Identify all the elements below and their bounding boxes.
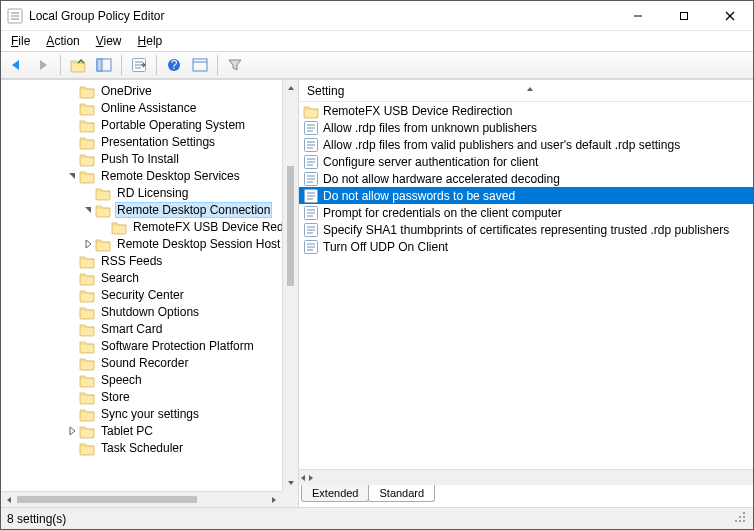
tree-item[interactable]: Sound Recorder xyxy=(1,354,282,371)
tree-item[interactable]: Portable Operating System xyxy=(1,116,282,133)
tree-item[interactable]: Remote Desktop Connection xyxy=(1,201,282,218)
tree-item[interactable]: RSS Feeds xyxy=(1,252,282,269)
list-item[interactable]: Configure server authentication for clie… xyxy=(299,153,753,170)
maximize-button[interactable] xyxy=(661,1,707,30)
column-header[interactable]: Setting xyxy=(299,80,753,102)
list-item[interactable]: RemoteFX USB Device Redirection xyxy=(299,102,753,119)
svg-rect-16 xyxy=(193,59,207,71)
list-item[interactable]: Turn Off UDP On Client xyxy=(299,238,753,255)
expander-icon[interactable] xyxy=(81,203,95,217)
expander-icon[interactable] xyxy=(65,424,79,438)
folder-icon xyxy=(95,202,111,218)
menu-help[interactable]: Help xyxy=(132,32,169,50)
list-item-label: Do not allow hardware accelerated decodi… xyxy=(323,172,560,186)
tree-item[interactable]: Remote Desktop Session Host xyxy=(1,235,282,252)
svg-rect-13 xyxy=(97,59,102,71)
tree-item-label: Software Protection Platform xyxy=(99,339,256,353)
tree-item[interactable]: Speech xyxy=(1,371,282,388)
tree-item[interactable]: Software Protection Platform xyxy=(1,337,282,354)
menu-action[interactable]: Action xyxy=(40,32,85,50)
tree-item[interactable]: Sync your settings xyxy=(1,405,282,422)
tree-item[interactable]: Store xyxy=(1,388,282,405)
list-item-label: RemoteFX USB Device Redirection xyxy=(323,104,512,118)
close-button[interactable] xyxy=(707,1,753,30)
folder-icon xyxy=(79,83,95,99)
policy-setting-icon xyxy=(303,171,319,187)
tab-standard[interactable]: Standard xyxy=(368,485,435,502)
folder-icon xyxy=(79,117,95,133)
tree[interactable]: OneDriveOnline AssistancePortable Operat… xyxy=(1,80,282,491)
spacer xyxy=(65,305,79,319)
spacer xyxy=(65,135,79,149)
tree-item[interactable]: Shutdown Options xyxy=(1,303,282,320)
tree-item[interactable]: Tablet PC xyxy=(1,422,282,439)
tree-item[interactable]: Online Assistance xyxy=(1,99,282,116)
back-button[interactable] xyxy=(5,54,29,76)
tree-item[interactable]: Search xyxy=(1,269,282,286)
resize-grip-icon[interactable] xyxy=(733,510,747,527)
tree-item[interactable]: RD Licensing xyxy=(1,184,282,201)
folder-icon xyxy=(95,185,111,201)
list-scrollbar-horizontal[interactable] xyxy=(299,469,753,485)
list-item[interactable]: Prompt for credentials on the client com… xyxy=(299,204,753,221)
folder-icon xyxy=(79,321,95,337)
properties-button[interactable] xyxy=(188,54,212,76)
tree-item[interactable]: RemoteFX USB Device Red xyxy=(1,218,282,235)
up-button[interactable] xyxy=(66,54,90,76)
folder-icon xyxy=(79,304,95,320)
tree-item[interactable]: Presentation Settings xyxy=(1,133,282,150)
list-item[interactable]: Do not allow hardware accelerated decodi… xyxy=(299,170,753,187)
folder-icon xyxy=(79,338,95,354)
expander-icon[interactable] xyxy=(81,237,95,251)
svg-rect-18 xyxy=(743,520,745,522)
spacer xyxy=(65,322,79,336)
tree-scrollbar-horizontal[interactable] xyxy=(1,491,282,507)
minimize-button[interactable] xyxy=(615,1,661,30)
list-item-label: Allow .rdp files from valid publishers a… xyxy=(323,138,680,152)
svg-rect-19 xyxy=(739,520,741,522)
tree-item-label: Search xyxy=(99,271,141,285)
list-item[interactable]: Allow .rdp files from unknown publishers xyxy=(299,119,753,136)
tree-item-label: Remote Desktop Session Host xyxy=(115,237,282,251)
tree-item-label: RSS Feeds xyxy=(99,254,164,268)
spacer xyxy=(65,407,79,421)
list-item-label: Configure server authentication for clie… xyxy=(323,155,538,169)
list-item-label: Specify SHA1 thumbprints of certificates… xyxy=(323,223,729,237)
folder-icon xyxy=(79,100,95,116)
menu-file[interactable]: File xyxy=(5,32,36,50)
policy-setting-icon xyxy=(303,137,319,153)
expander-icon[interactable] xyxy=(65,169,79,183)
statusbar: 8 setting(s) xyxy=(1,507,753,529)
tree-scrollbar-vertical[interactable] xyxy=(282,80,298,491)
tree-item[interactable]: Security Center xyxy=(1,286,282,303)
tree-item[interactable]: OneDrive xyxy=(1,82,282,99)
tree-item[interactable]: Task Scheduler xyxy=(1,439,282,456)
tree-item[interactable]: Push To Install xyxy=(1,150,282,167)
tree-item[interactable]: Remote Desktop Services xyxy=(1,167,282,184)
folder-icon xyxy=(79,406,95,422)
tree-item-label: Tablet PC xyxy=(99,424,155,438)
spacer xyxy=(65,390,79,404)
folder-icon xyxy=(111,219,127,235)
view-tabs: Extended Standard xyxy=(299,485,753,507)
tree-item-label: Online Assistance xyxy=(99,101,198,115)
filter-button[interactable] xyxy=(223,54,247,76)
export-list-button[interactable] xyxy=(127,54,151,76)
tree-item[interactable]: Smart Card xyxy=(1,320,282,337)
list-item[interactable]: Allow .rdp files from valid publishers a… xyxy=(299,136,753,153)
policy-setting-icon xyxy=(303,154,319,170)
tab-extended[interactable]: Extended xyxy=(301,485,369,502)
settings-list[interactable]: RemoteFX USB Device RedirectionAllow .rd… xyxy=(299,102,753,469)
forward-button[interactable] xyxy=(31,54,55,76)
tree-item-label: Remote Desktop Connection xyxy=(115,202,272,218)
menu-view[interactable]: View xyxy=(90,32,128,50)
list-item[interactable]: Do not allow passwords to be saved xyxy=(299,187,753,204)
policy-setting-icon xyxy=(303,222,319,238)
list-item[interactable]: Specify SHA1 thumbprints of certificates… xyxy=(299,221,753,238)
folder-icon xyxy=(79,389,95,405)
tree-item-label: Store xyxy=(99,390,132,404)
detail-pane: Setting RemoteFX USB Device RedirectionA… xyxy=(299,80,753,507)
show-hide-tree-button[interactable] xyxy=(92,54,116,76)
column-setting[interactable]: Setting xyxy=(307,84,344,98)
help-button[interactable]: ? xyxy=(162,54,186,76)
